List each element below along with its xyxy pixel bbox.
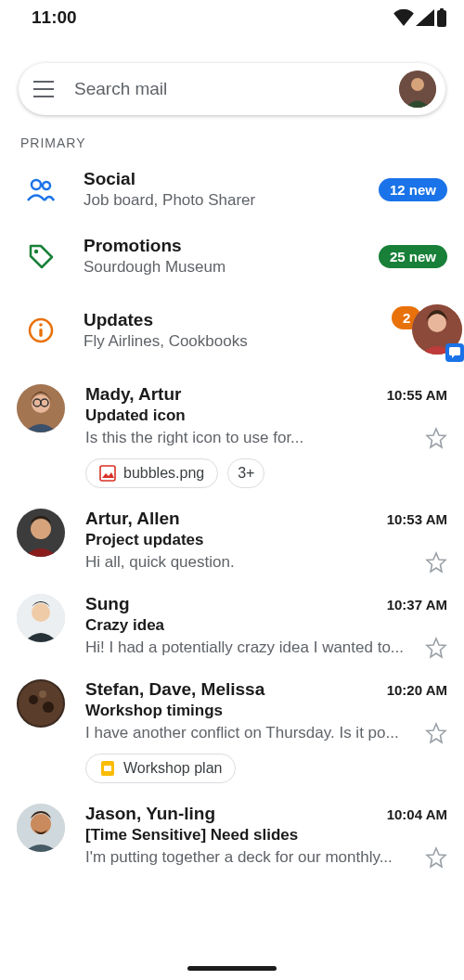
email-time: 10:37 AM <box>387 597 447 612</box>
svg-rect-12 <box>449 347 460 355</box>
svg-point-26 <box>39 690 46 698</box>
svg-point-21 <box>32 603 50 622</box>
svg-point-3 <box>411 78 424 91</box>
svg-point-8 <box>39 323 43 327</box>
sender-avatar[interactable] <box>17 384 65 432</box>
email-time: 10:55 AM <box>387 387 447 403</box>
battery-icon <box>436 8 447 27</box>
status-time: 11:00 <box>32 7 77 28</box>
star-icon[interactable] <box>425 637 447 659</box>
svg-rect-9 <box>39 329 42 337</box>
category-social[interactable]: Social Job board, Photo Sharer 12 new <box>0 156 464 223</box>
email-snippet: I have another conflict on Thursday. Is … <box>85 724 425 742</box>
svg-rect-0 <box>437 10 446 27</box>
email-time: 10:04 AM <box>387 806 447 822</box>
email-subject: Workshop timings <box>85 702 447 720</box>
svg-point-4 <box>32 180 41 189</box>
svg-point-24 <box>29 695 38 704</box>
email-item[interactable]: Jason, Yun-ling 10:04 AM [Time Sensitive… <box>0 791 464 876</box>
menu-icon[interactable] <box>33 81 56 97</box>
email-item[interactable]: Stefan, Dave, Melissa 10:20 AM Workshop … <box>0 666 464 791</box>
search-bar[interactable]: Search mail <box>19 63 445 115</box>
chat-app-icon <box>445 343 464 362</box>
signal-icon <box>416 9 434 26</box>
star-icon[interactable] <box>425 551 447 574</box>
svg-point-25 <box>43 702 54 713</box>
category-promotions[interactable]: Promotions Sourdough Museum 25 new <box>0 223 464 290</box>
category-subtitle: Job board, Photo Sharer <box>84 191 353 210</box>
svg-point-23 <box>19 681 63 726</box>
email-item[interactable]: Mady, Artur 10:55 AM Updated icon Is thi… <box>0 371 464 496</box>
attachment-chip[interactable]: bubbles.png <box>85 458 218 488</box>
email-subject: Crazy idea <box>85 616 447 635</box>
email-subject: [Time Sensitive] Need slides <box>85 826 447 845</box>
status-icons <box>393 8 447 27</box>
tag-icon <box>24 239 58 273</box>
nav-indicator <box>187 966 277 971</box>
status-bar: 11:00 <box>0 0 464 30</box>
category-title: Promotions <box>84 236 353 256</box>
chat-head[interactable]: 2 <box>401 303 457 358</box>
svg-point-6 <box>34 250 38 253</box>
category-badge: 25 new <box>379 245 447 268</box>
category-title: Updates <box>84 310 375 330</box>
email-sender: Sung <box>85 594 130 614</box>
category-updates[interactable]: Updates Fly Airlines, Cookbooks 2 <box>0 290 464 371</box>
email-sender: Jason, Yun-ling <box>85 804 215 824</box>
email-subject: Updated icon <box>85 406 447 425</box>
sender-avatar[interactable] <box>17 594 65 642</box>
email-item[interactable]: Sung 10:37 AM Crazy idea Hi! I had a pot… <box>0 581 464 666</box>
star-icon[interactable] <box>425 846 447 869</box>
svg-point-30 <box>31 814 51 834</box>
email-sender: Artur, Allen <box>85 509 180 529</box>
email-snippet: Hi all, quick question. <box>85 553 425 572</box>
svg-point-19 <box>31 519 51 539</box>
attachment-label: Workshop plan <box>123 760 222 777</box>
sender-avatar[interactable] <box>17 804 65 852</box>
image-icon <box>99 465 116 482</box>
slides-icon <box>99 760 116 777</box>
wifi-icon <box>393 9 414 26</box>
svg-rect-1 <box>440 8 444 11</box>
attachment-chip[interactable]: Workshop plan <box>85 754 236 783</box>
email-sender: Mady, Artur <box>85 384 181 405</box>
attachment-count: 3+ <box>238 465 254 482</box>
category-title: Social <box>84 169 353 189</box>
email-snippet: Is this the right icon to use for... <box>85 429 425 447</box>
search-input[interactable]: Search mail <box>74 79 380 99</box>
email-time: 10:20 AM <box>387 682 447 698</box>
email-snippet: I'm putting together a deck for our mont… <box>85 848 425 867</box>
category-subtitle: Sourdough Museum <box>84 258 353 277</box>
attachment-label: bubbles.png <box>123 465 204 482</box>
svg-rect-28 <box>104 766 111 771</box>
email-item[interactable]: Artur, Allen 10:53 AM Project updates Hi… <box>0 496 464 581</box>
svg-point-11 <box>428 314 446 332</box>
section-label: PRIMARY <box>0 122 464 156</box>
email-time: 10:53 AM <box>387 511 447 527</box>
email-snippet: Hi! I had a potentially crazy idea I wan… <box>85 638 425 657</box>
account-avatar[interactable] <box>399 71 436 108</box>
attachment-more-chip[interactable]: 3+ <box>227 458 264 488</box>
sender-avatar[interactable] <box>17 679 65 728</box>
star-icon[interactable] <box>425 722 447 744</box>
star-icon[interactable] <box>425 427 447 449</box>
sender-avatar[interactable] <box>17 509 65 557</box>
info-icon <box>24 314 58 347</box>
email-subject: Project updates <box>85 531 447 549</box>
people-icon <box>24 173 58 206</box>
email-sender: Stefan, Dave, Melissa <box>85 679 264 700</box>
category-badge: 12 new <box>379 178 447 201</box>
svg-rect-17 <box>100 466 115 481</box>
category-subtitle: Fly Airlines, Cookbooks <box>84 332 375 351</box>
svg-point-5 <box>43 182 50 189</box>
